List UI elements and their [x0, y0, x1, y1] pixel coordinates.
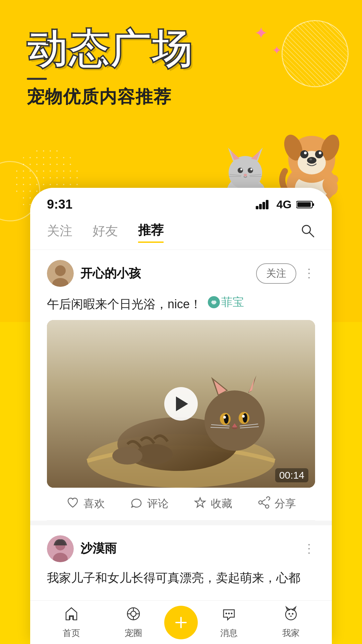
deco-circle-right: [282, 20, 349, 87]
post-1-actions: 喜欢 评论 收藏: [47, 488, 315, 521]
feed-content: 开心的小孩 关注 ⋮ 午后闲暇来个日光浴，nice！ 菲宝: [30, 250, 332, 594]
tab-friends[interactable]: 好友: [93, 222, 118, 242]
status-time: 9:31: [47, 197, 72, 212]
svg-rect-37: [297, 202, 311, 207]
post-item-1: 开心的小孩 关注 ⋮ 午后闲暇来个日光浴，nice！ 菲宝: [30, 250, 332, 525]
collect-button[interactable]: 收藏: [193, 496, 232, 512]
add-button[interactable]: [164, 606, 198, 639]
network-type: 4G: [277, 198, 292, 211]
title-area: 动态广场 宠物优质内容推荐: [27, 27, 193, 109]
svg-point-41: [55, 265, 66, 276]
subtitle-divider: [27, 78, 47, 80]
post-1-text: 午后闲暇来个日光浴，nice！ 菲宝: [47, 293, 315, 313]
svg-marker-85: [286, 607, 290, 610]
svg-point-24: [315, 150, 323, 158]
svg-point-67: [265, 505, 269, 508]
nav-profile[interactable]: 我家: [260, 606, 322, 639]
share-button[interactable]: 分享: [257, 496, 296, 512]
post-2-avatar[interactable]: [47, 535, 74, 562]
post-2-header: 沙漠雨 ⋮: [47, 535, 315, 562]
svg-rect-34: [266, 200, 268, 209]
svg-point-66: [259, 501, 262, 504]
sparkle-icon-1: ✦: [254, 23, 268, 43]
collect-label: 收藏: [211, 496, 232, 511]
home-label: 首页: [63, 627, 80, 639]
comment-label: 评论: [147, 496, 169, 511]
pet-tag-name[interactable]: 菲宝: [221, 293, 244, 311]
svg-point-30: [329, 175, 338, 184]
comment-button[interactable]: 评论: [130, 496, 169, 512]
svg-point-23: [300, 150, 308, 158]
tab-follow[interactable]: 关注: [47, 222, 72, 242]
like-button[interactable]: 喜欢: [66, 496, 105, 512]
svg-point-74: [131, 611, 136, 616]
svg-rect-32: [259, 204, 262, 209]
share-icon: [257, 496, 270, 512]
status-icons: 4G: [256, 198, 315, 211]
svg-marker-86: [292, 607, 296, 610]
battery-icon: [296, 200, 315, 209]
post-1-avatar[interactable]: [47, 260, 74, 287]
svg-marker-65: [195, 498, 205, 507]
phone-mockup: 9:31 4G 关注 好友 推荐: [30, 188, 332, 644]
svg-point-64: [112, 447, 142, 465]
add-icon: [173, 614, 189, 631]
bottom-nav: 首页 宠圈: [30, 600, 332, 644]
svg-rect-33: [262, 202, 265, 209]
profile-label: 我家: [282, 627, 300, 639]
svg-point-88: [292, 613, 293, 615]
post-2-more-button[interactable]: ⋮: [303, 542, 315, 556]
svg-point-56: [223, 416, 226, 419]
post-1-video[interactable]: 00:14: [47, 320, 315, 488]
svg-line-39: [309, 232, 314, 237]
svg-point-57: [242, 415, 245, 418]
svg-point-6: [238, 168, 243, 173]
svg-point-55: [243, 413, 247, 423]
nav-pet-circle[interactable]: 宠圈: [102, 606, 164, 639]
collect-icon: [193, 496, 207, 512]
pet-circle-label: 宠圈: [125, 627, 142, 639]
pet-circle-icon: [125, 606, 141, 625]
svg-point-81: [225, 613, 227, 614]
svg-point-28: [309, 158, 312, 160]
svg-rect-36: [312, 203, 314, 206]
share-label: 分享: [275, 496, 296, 511]
search-button[interactable]: [300, 223, 315, 241]
nav-messages[interactable]: 消息: [198, 606, 260, 639]
subtitle: 宠物优质内容推荐: [27, 85, 193, 109]
pet-tag-icon: [208, 296, 220, 308]
svg-point-27: [307, 157, 316, 164]
tab-recommend[interactable]: 推荐: [138, 222, 164, 243]
svg-point-47: [204, 390, 265, 451]
post-1-header: 开心的小孩 关注 ⋮: [47, 260, 315, 287]
home-icon: [63, 606, 79, 625]
play-triangle-icon: [176, 396, 188, 411]
main-title: 动态广场: [27, 27, 193, 71]
nav-home[interactable]: 首页: [40, 606, 102, 639]
svg-point-82: [228, 613, 230, 614]
svg-line-69: [262, 503, 265, 505]
svg-point-54: [224, 414, 229, 424]
message-icon: [221, 606, 237, 625]
svg-point-25: [304, 152, 307, 154]
play-button[interactable]: [164, 387, 198, 421]
svg-point-9: [250, 168, 252, 170]
comment-icon: [130, 496, 143, 512]
post-item-2: 沙漠雨 ⋮ 我家儿子和女儿长得可真漂亮，卖起萌来，心都: [30, 525, 332, 594]
svg-point-87: [288, 613, 290, 615]
post-1-username: 开心的小孩: [80, 265, 256, 282]
messages-label: 消息: [220, 627, 238, 639]
svg-point-7: [248, 168, 253, 173]
profile-icon: [283, 606, 299, 625]
signal-icon: [256, 200, 272, 209]
svg-rect-31: [256, 206, 258, 209]
svg-point-83: [231, 613, 232, 614]
like-icon: [66, 496, 79, 512]
status-bar: 9:31 4G: [30, 188, 332, 215]
svg-point-8: [240, 168, 242, 170]
svg-point-10: [244, 174, 247, 176]
nav-tabs: 关注 好友 推荐: [30, 215, 332, 250]
post-1-more-button[interactable]: ⋮: [303, 266, 315, 280]
svg-point-84: [286, 609, 296, 620]
post-1-follow-button[interactable]: 关注: [256, 263, 296, 284]
